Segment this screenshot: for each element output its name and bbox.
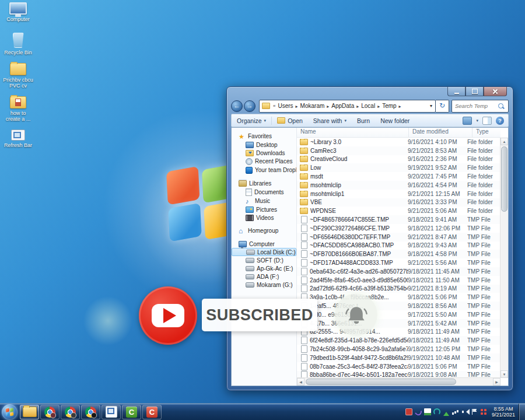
camtasia-studio-button[interactable]: C	[122, 405, 141, 419]
tray-red-dots-icon[interactable]	[480, 408, 487, 415]
chrome-1-button[interactable]	[40, 405, 60, 419]
table-row[interactable]: 4-d0... e9e61304...9/17/2021 5:50 AMTMP …	[297, 310, 501, 319]
table-row[interactable]: ~DFAC5DD85CA988ACB0.TMP9/18/2021 9:43 AM…	[297, 242, 501, 250]
table-row[interactable]: 08b7caae-25c3-4ec5-84f2-873feea2ca2b.t..…	[297, 362, 501, 371]
sidebar-item-documents[interactable]: Documents	[232, 187, 296, 197]
toolbar-item-organize[interactable]: Organize▾	[232, 117, 271, 124]
column-header-type[interactable]: Type	[473, 128, 501, 137]
breadcrumb-segment-temp[interactable]: Temp	[380, 103, 398, 109]
toolbar-item-share-with[interactable]: Share with▾	[308, 117, 352, 124]
table-row[interactable]: 1-eaf5... 4876cec.t...9/18/2021 8:56 AMT…	[297, 302, 501, 310]
tray-sync-swirl-icon[interactable]	[433, 408, 440, 415]
breadcrumb-arrow-icon[interactable]: ▸	[295, 104, 299, 109]
explorer-button[interactable]	[20, 405, 39, 419]
search-box[interactable]	[452, 100, 509, 113]
table-row[interactable]: 7b24c508-99cb-4058-8c29-9a2afa6e7e1a...9…	[297, 345, 501, 354]
table-row[interactable]: msdt9/20/2021 7:45 PMFile folder	[297, 172, 501, 181]
vertical-scrollbar-thumb[interactable]	[501, 146, 508, 212]
maximize-button[interactable]	[466, 87, 484, 96]
address-dropdown-icon[interactable]: ▾	[427, 103, 435, 108]
desktop-icon-recycle-bin[interactable]: Recycle Bin	[0, 33, 36, 55]
views-icon[interactable]	[463, 117, 472, 125]
breadcrumb-arrow-icon[interactable]: ▸	[398, 104, 402, 109]
table-row[interactable]: ~Library 3.09/16/2021 4:10 PMFile folder	[297, 138, 501, 146]
table-row[interactable]: ~DF4B657866647C855E.TMP9/18/2021 9:41 AM…	[297, 215, 501, 224]
sidebar-item-pictures[interactable]: Pictures	[232, 205, 296, 214]
table-row[interactable]: VBE9/16/2021 3:33 PMFile folder	[297, 198, 501, 207]
scroll-left-icon[interactable]: ◀	[297, 378, 304, 386]
toolbar-item-new-folder[interactable]: New folder	[375, 117, 415, 124]
table-row[interactable]: CreativeCloud9/16/2021 2:36 PMFile folde…	[297, 155, 501, 164]
table-row[interactable]: 3a9a-1c0b-4f... f9bccaa8b2e...9/18/2021 …	[297, 293, 501, 302]
sidebar-section-libraries[interactable]: Libraries	[232, 179, 296, 187]
sidebar-item-desktop[interactable]: Desktop	[232, 141, 296, 149]
sidebar-item-videos[interactable]: Videos	[232, 214, 296, 222]
sidebar-item-mokaram-g[interactable]: Mokaram (G:)	[232, 281, 296, 289]
forward-button[interactable]: →	[244, 100, 256, 112]
sidebar-item-ap-gk-ac-e[interactable]: Ap-Gk-Ac (E:)	[232, 264, 296, 272]
column-header-name[interactable]: Name	[297, 128, 409, 137]
sidebar-item-downloads[interactable]: Downloads	[232, 149, 296, 157]
toolbar-item-open[interactable]: Open	[272, 117, 308, 124]
horizontal-scrollbar-thumb[interactable]	[306, 379, 456, 385]
breadcrumb[interactable]: « Users▸Mokaram▸AppData▸Local▸Temp▸ ▾	[259, 100, 436, 113]
minimize-button[interactable]	[447, 87, 466, 96]
volume-icon[interactable]	[461, 408, 468, 415]
sidebar-item-soft-d[interactable]: SOFT (D:)	[232, 256, 296, 264]
sidebar-item-ada-f[interactable]: ADA (F:)	[232, 272, 296, 281]
sidebar-section-homegroup[interactable]: Homegroup	[232, 226, 296, 235]
table-row[interactable]: WPDNSE9/21/2021 5:06 AMFile folder	[297, 206, 501, 215]
explorer-window[interactable]: ← → « Users▸Mokaram▸AppData▸Local▸Temp▸ …	[226, 86, 513, 391]
sidebar-section-computer[interactable]: Computer	[232, 240, 296, 248]
table-row[interactable]: 62-2555-... 948957d5914...9/18/2021 11:4…	[297, 328, 501, 337]
table-row[interactable]: msohtmlclip19/21/2021 12:15 AMFile folde…	[297, 190, 501, 198]
sidebar-item-local-disk-c[interactable]: Local Disk (C:)	[232, 248, 296, 256]
help-icon[interactable]: ?	[496, 117, 504, 125]
chrome-2-button[interactable]	[61, 405, 80, 419]
table-row[interactable]: 4-17b... 366e6131...9/17/2021 5:42 AMTMP…	[297, 319, 501, 328]
table-row[interactable]: ~DFB70D81666B0EBA87.TMP9/18/2021 4:58 PM…	[297, 250, 501, 258]
toolbar-item-burn[interactable]: Burn	[352, 117, 375, 124]
table-row[interactable]: 0eba643c-c6f2-4a3e-ad26-a8050727b4b4...9…	[297, 267, 501, 276]
table-row[interactable]: 2ad72fd6-62f9-4c66-a39f-b513b754b40c.t..…	[297, 285, 501, 293]
back-button[interactable]: ←	[231, 100, 243, 112]
breadcrumb-segment-local[interactable]: Local	[359, 103, 377, 109]
scroll-right-icon[interactable]: ▶	[493, 378, 501, 386]
desktop-icon-prichbv-cbcu[interactable]: Prichbv cbcu PVC cv	[0, 63, 36, 89]
close-button[interactable]	[484, 87, 507, 96]
table-row[interactable]: msohtmlclip9/16/2021 4:54 PMFile folder	[297, 181, 501, 190]
breadcrumb-segment-mokaram[interactable]: Mokaram	[299, 103, 327, 109]
sidebar-item-recent-places[interactable]: Recent Places	[232, 157, 296, 166]
sidebar-section-favorites[interactable]: Favorites	[232, 132, 296, 141]
horizontal-scrollbar[interactable]: ◀ ▶	[297, 377, 501, 386]
tray-chart-doc-icon[interactable]	[424, 408, 431, 415]
desktop-icon-refresh-bar[interactable]: Refresh Bar	[0, 130, 36, 148]
desktop-icon-computer[interactable]: Computer	[0, 2, 36, 22]
table-row[interactable]: CamRec39/21/2021 8:53 AMFile folder	[297, 146, 501, 155]
breadcrumb-segment-users[interactable]: Users	[276, 103, 295, 109]
camtasia-recorder-button[interactable]: C	[142, 405, 162, 419]
office-app-button[interactable]	[102, 405, 121, 419]
network-icon[interactable]	[452, 408, 459, 415]
tray-red-app-icon[interactable]	[405, 408, 412, 415]
desktop-icon-how-to[interactable]: how to create a ...	[0, 96, 36, 122]
table-row[interactable]: ~DFD17AD4488ACDD833.TMP9/21/2021 5:56 AM…	[297, 258, 501, 267]
views-dropdown-icon[interactable]: ▾	[476, 118, 478, 123]
table-row[interactable]: 2ad4f5fe-8fa6-45c0-aee3-d9d85e650010.t..…	[297, 276, 501, 285]
show-desktop-button[interactable]	[519, 404, 525, 420]
breadcrumb-segment-appdata[interactable]: AppData	[330, 103, 356, 109]
sidebar-item-music[interactable]: Music	[232, 197, 296, 205]
table-row[interactable]: 6f24e8df-235d-41a8-b78e-226efd5d5e29...9…	[297, 336, 501, 345]
chrome-3-button[interactable]	[81, 405, 100, 419]
scroll-up-icon[interactable]: ▲	[501, 138, 508, 145]
tray-green-arrow-icon[interactable]	[443, 408, 450, 415]
search-input[interactable]	[452, 103, 497, 109]
vertical-scrollbar[interactable]: ▲ ▼	[500, 138, 508, 378]
column-header-date-modified[interactable]: Date modified	[409, 128, 473, 137]
tray-purple-swoosh-icon[interactable]	[414, 407, 423, 416]
start-button[interactable]	[2, 404, 18, 420]
taskbar-clock[interactable]: 8:55 AM 9/21/2021	[489, 406, 519, 418]
table-row[interactable]: ~DF290C392726486CFE.TMP9/18/2021 12:06 P…	[297, 224, 501, 233]
sidebar-item-your-team-dropbo[interactable]: Your team Dropbo	[232, 166, 296, 174]
preview-pane-icon[interactable]	[482, 117, 492, 125]
